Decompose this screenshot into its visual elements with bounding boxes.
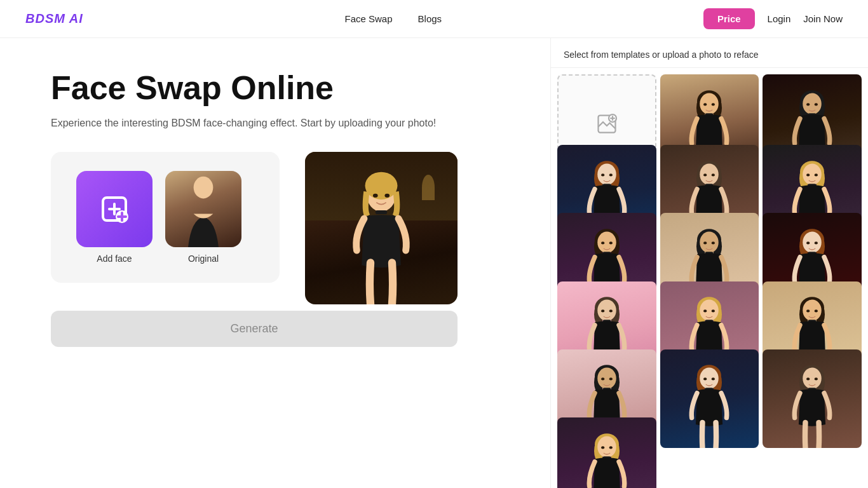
template-grid	[551, 68, 868, 488]
template-cell[interactable]	[557, 417, 656, 488]
figure-svg	[667, 361, 751, 448]
add-face-button[interactable]	[76, 171, 153, 247]
svg-point-98	[609, 378, 613, 381]
nav-right: Price Login Join Now	[703, 8, 843, 29]
original-thumb[interactable]	[165, 171, 241, 247]
original-slot: Original	[165, 171, 241, 264]
svg-point-63	[712, 241, 715, 244]
svg-rect-11	[376, 210, 388, 214]
template-preview	[557, 417, 656, 488]
page-title: Face Swap Online	[51, 70, 334, 106]
add-face-slot: Add face	[76, 171, 153, 264]
template-preview	[763, 349, 862, 449]
nav-face-swap[interactable]: Face Swap	[345, 13, 393, 24]
join-button[interactable]: Join Now	[803, 13, 843, 24]
main-layout: Face Swap Online Experience the interest…	[0, 38, 868, 488]
svg-point-48	[806, 173, 810, 176]
svg-point-56	[609, 241, 613, 244]
svg-point-10	[384, 194, 390, 198]
page-subtitle: Experience the interesting BDSM face-cha…	[51, 118, 436, 129]
svg-point-35	[609, 173, 613, 176]
template-preview	[660, 349, 759, 449]
svg-point-84	[712, 310, 715, 313]
app-logo[interactable]: BDSM AI	[25, 11, 83, 26]
svg-point-27	[806, 103, 810, 105]
figure-svg	[770, 361, 854, 448]
svg-point-97	[601, 378, 604, 381]
svg-point-111	[806, 378, 810, 381]
upload-cell-icon	[595, 112, 618, 135]
svg-point-21	[712, 103, 715, 105]
svg-point-76	[601, 310, 604, 313]
generate-button[interactable]: Generate	[51, 311, 458, 347]
svg-point-69	[806, 241, 810, 244]
svg-point-70	[815, 241, 818, 244]
svg-point-55	[601, 241, 604, 244]
preview-figure	[313, 167, 450, 304]
price-button[interactable]: Price	[703, 8, 755, 29]
svg-point-28	[815, 103, 818, 105]
svg-point-49	[815, 173, 818, 176]
svg-point-112	[815, 378, 818, 381]
sidebar-header: Select from templates or upload a photo …	[551, 38, 868, 68]
add-face-label: Add face	[97, 254, 132, 264]
original-silhouette	[173, 174, 234, 247]
svg-point-105	[712, 378, 715, 381]
svg-point-91	[815, 310, 818, 313]
template-cell[interactable]	[660, 349, 759, 449]
svg-point-20	[704, 103, 707, 105]
upload-area: Add face Original	[51, 152, 280, 283]
login-button[interactable]: Login	[768, 13, 791, 24]
svg-point-104	[704, 378, 707, 381]
svg-point-34	[601, 173, 604, 176]
svg-point-119	[609, 446, 613, 449]
template-cell[interactable]	[763, 349, 862, 449]
navbar: BDSM AI Face Swap Blogs Price Login Join…	[0, 0, 868, 38]
preview-area: Original	[305, 152, 458, 304]
right-panel: Select from templates or upload a photo …	[550, 38, 868, 488]
svg-point-118	[601, 446, 604, 449]
nav-links: Face Swap Blogs	[345, 13, 442, 24]
svg-point-62	[704, 241, 707, 244]
image-plus-icon	[595, 112, 618, 135]
nav-blogs[interactable]: Blogs	[418, 13, 442, 24]
figure-svg	[565, 430, 649, 488]
svg-point-8	[365, 172, 398, 200]
add-face-icon	[99, 194, 130, 224]
svg-point-83	[704, 310, 707, 313]
left-panel: Face Swap Online Experience the interest…	[0, 38, 550, 488]
svg-point-6	[194, 177, 214, 199]
original-label: Original	[188, 254, 219, 264]
svg-point-41	[704, 173, 707, 176]
svg-point-42	[712, 173, 715, 176]
svg-point-77	[609, 310, 613, 313]
svg-point-9	[373, 194, 378, 198]
svg-point-90	[806, 310, 810, 313]
